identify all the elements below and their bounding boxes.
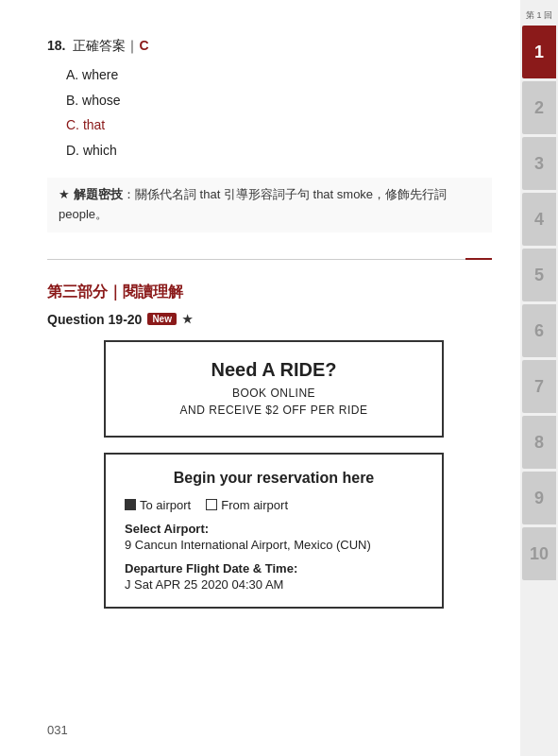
sidebar-tab-6[interactable]: 6	[522, 304, 556, 357]
question-number: 18.	[47, 38, 65, 53]
airport-options: To airport From airport	[125, 498, 423, 512]
reservation-title: Begin your reservation here	[125, 470, 423, 487]
to-airport-checkbox-filled	[125, 499, 136, 510]
ad-line2: AND RECEIVE $2 OFF PER RIDE	[125, 402, 423, 419]
sidebar-tab-7[interactable]: 7	[522, 360, 556, 413]
ad-line1: BOOK ONLINE	[125, 385, 423, 402]
option-b: B. whose	[66, 88, 492, 113]
question-range: Question 19-20	[47, 312, 142, 327]
main-content: 18. 正確答案｜C A. where B. whose C. that D. …	[0, 0, 520, 756]
select-airport-label: Select Airport:	[125, 522, 423, 536]
sidebar-tab-9[interactable]: 9	[522, 472, 556, 524]
ad-box: Need A RIDE? BOOK ONLINE AND RECEIVE $2 …	[104, 340, 444, 438]
option-d: D. which	[66, 138, 492, 163]
sidebar-tab-10[interactable]: 10	[522, 527, 556, 580]
departure-value: J Sat APR 25 2020 04:30 AM	[125, 577, 423, 592]
new-badge: New	[147, 313, 177, 325]
right-sidebar: 第 1 回 1 2 3 4 5 6 7 8 9 10	[520, 0, 558, 756]
option-c: C. that	[66, 112, 492, 138]
reservation-box: Begin your reservation here To airport F…	[104, 453, 444, 609]
page-container: 18. 正確答案｜C A. where B. whose C. that D. …	[0, 0, 558, 756]
sidebar-tab-8[interactable]: 8	[522, 416, 556, 469]
hint-box: ★解題密技：關係代名詞 that 引導形容詞子句 that smoke，修飾先行…	[47, 178, 492, 232]
to-airport-label: To airport	[140, 498, 191, 512]
question-label: Question 19-20 New ★	[47, 312, 492, 327]
question-star: ★	[182, 313, 193, 326]
departure-label: Departure Flight Date & Time:	[125, 561, 423, 576]
hint-keyword: 解題密技	[74, 187, 123, 201]
divider-wrapper	[47, 259, 492, 260]
hint-star: ★	[59, 187, 70, 201]
page-number: 031	[47, 723, 68, 737]
answer-options: A. where B. whose C. that D. which	[66, 62, 492, 163]
sidebar-tab-1[interactable]: 1	[522, 26, 556, 78]
section-divider	[47, 259, 492, 260]
section-title: 第三部分｜閱讀理解	[47, 283, 492, 302]
sidebar-tab-5[interactable]: 5	[522, 249, 556, 301]
sidebar-tab-2[interactable]: 2	[522, 81, 556, 134]
sidebar-tab-4[interactable]: 4	[522, 193, 556, 246]
correct-answer-value: C	[139, 38, 148, 53]
from-airport-label: From airport	[221, 498, 288, 512]
option-a: A. where	[66, 62, 492, 88]
from-airport-checkbox-empty	[206, 499, 217, 510]
from-airport-option[interactable]: From airport	[206, 498, 288, 512]
to-airport-option[interactable]: To airport	[125, 498, 191, 512]
select-airport-value: 9 Cancun International Airport, Mexico (…	[125, 538, 423, 552]
accent-line	[465, 258, 492, 260]
round-label: 第 1 回	[526, 9, 552, 22]
sidebar-tab-3[interactable]: 3	[522, 137, 556, 190]
correct-answer-label: 正確答案｜C	[73, 38, 148, 55]
ad-title: Need A RIDE?	[125, 359, 423, 381]
question-18-header: 18. 正確答案｜C	[47, 38, 492, 55]
